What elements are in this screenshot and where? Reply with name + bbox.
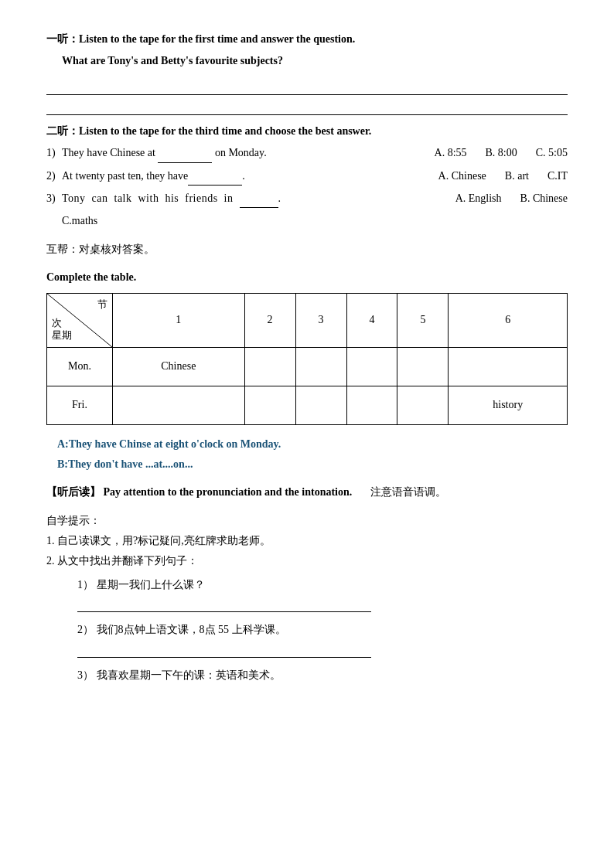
er-ting-q3: 3) Tony can talk with his friends in . A… [46,190,568,208]
q2-opt-b: B. art [505,168,529,185]
hu-bang-text: 对桌核对答案。 [79,243,155,255]
hu-bang-section: 互帮：对桌核对答案。 [46,241,568,258]
q3-opt-b: B. Chinese [520,190,568,207]
q3-options: A. English B. Chinese [367,190,568,207]
q3-extra: C.maths [62,213,568,230]
q3-opt-a: A. English [455,190,502,207]
translate-answer-line-2[interactable] [77,642,371,658]
diagonal-header-cell: 节 次 星期 [47,293,113,347]
q1-num: 1) [46,145,62,162]
q3-blank[interactable] [240,190,278,208]
row-fri-3[interactable] [295,386,346,424]
translate-item1-text: 1） 星期一我们上什么课？ [77,577,568,594]
row-mon-3[interactable] [295,347,346,386]
ting-hou-du-note: 注意语音语调。 [370,486,446,498]
yi-ting-section: 一听：Listen to the tape for the first time… [46,31,568,70]
row-fri-1[interactable] [113,386,245,424]
yi-ting-question: What are Tony's and Betty's favourite su… [46,53,568,70]
row-mon-4[interactable] [346,347,397,386]
ting-hou-du-label: 【听后读】 [46,486,101,498]
col-header-6: 6 [449,293,568,347]
er-ting-q2: 2) At twenty past ten, they have . A. Ch… [46,168,568,186]
yi-ting-header: 一听：Listen to the tape for the first time… [46,31,568,48]
schedule-table: 节 次 星期 1 2 3 4 5 6 Mon. Chinese Fri. [46,293,568,425]
zi-xue-item1: 1. 自己读课文，用?标记疑问,亮红牌求助老师。 [46,533,568,550]
dialogue-line-a: A:They have Chinse at eight o'clock on M… [46,436,568,453]
yi-ting-instruction: Listen to the tape for the first time an… [79,33,355,45]
table-header-row: 节 次 星期 1 2 3 4 5 6 [47,293,568,347]
er-ting-section: 二听：Listen to the tape for the third time… [46,123,568,230]
row-mon-1: Chinese [113,347,245,386]
translate-item3: 3） 我喜欢星期一下午的课：英语和美术。 [46,667,568,684]
q2-opt-a: A. Chinese [438,168,486,185]
row-day-fri: Fri. [47,386,113,424]
row-mon-5[interactable] [397,347,449,386]
er-ting-q1: 1) They have Chinese at on Monday. A. 8:… [46,145,568,162]
zi-xue-section: 自学提示： 1. 自己读课文，用?标记疑问,亮红牌求助老师。 2. 从文中找出并… [46,512,568,684]
q2-num: 2) [46,168,62,185]
er-ting-label: 二听： [46,125,79,137]
dialogue-section: A:They have Chinse at eight o'clock on M… [46,436,568,474]
q1-opt-c: C. 5:05 [536,145,568,162]
col-header-4: 4 [346,293,397,347]
hu-bang-label: 互帮： [46,243,79,255]
q2-options: A. Chinese B. art C.IT [367,168,568,185]
diagonal-bottom-label: 星期 [52,328,72,344]
q2-opt-c: C.IT [547,168,568,185]
translate-item1: 1） 星期一我们上什么课？ [46,577,568,612]
q3-text: Tony can talk with his friends in . [62,190,367,208]
zi-xue-item2-text: 从文中找出并翻译下列句子： [57,555,198,567]
q1-blank[interactable] [158,145,212,162]
row-fri-2[interactable] [244,386,295,424]
q1-opt-a: A. 8:55 [435,145,467,162]
translate-item3-text: 3） 我喜欢星期一下午的课：英语和美术。 [77,667,568,684]
ting-hou-du-section: 【听后读】 Pay attention to the pronunciation… [46,484,568,501]
zi-xue-item1-text: 自己读课文，用?标记疑问,亮红牌求助老师。 [57,535,271,546]
answer-line-2[interactable] [46,101,568,115]
translate-item2-text: 2） 我们8点钟上语文课，8点 55 上科学课。 [77,621,568,638]
zi-xue-item2: 2. 从文中找出并翻译下列句子： [46,553,568,570]
er-ting-instruction: Listen to the tape for the third time an… [79,125,371,137]
col-header-1: 1 [113,293,245,347]
zi-xue-item2-num: 2. [46,555,55,567]
complete-table-instruction: Complete the table. [46,269,568,286]
q2-text: At twenty past ten, they have . [62,168,367,186]
q1-text: They have Chinese at on Monday. [62,145,367,162]
row-mon-6[interactable] [449,347,568,386]
row-mon-2[interactable] [244,347,295,386]
table-row-fri: Fri. history [47,386,568,424]
translate-answer-line-1[interactable] [77,597,371,612]
q1-opt-b: B. 8:00 [486,145,517,162]
zi-xue-label: 自学提示： [46,512,568,529]
translate-item2: 2） 我们8点钟上语文课，8点 55 上科学课。 [46,621,568,657]
dialogue-line-b: B:They don't have ...at....on... [46,456,568,473]
q2-blank[interactable] [188,168,242,186]
table-row-mon: Mon. Chinese [47,347,568,386]
q1-options: A. 8:55 B. 8:00 C. 5:05 [367,145,568,162]
col-header-3: 3 [295,293,346,347]
row-fri-4[interactable] [346,386,397,424]
diagonal-top-label: 节 [97,297,107,313]
row-day-mon: Mon. [47,347,113,386]
ting-hou-du-instruction: Pay attention to the pronunciation and t… [104,486,353,498]
row-fri-6: history [449,386,568,424]
row-fri-5[interactable] [397,386,449,424]
q3-num: 3) [46,190,62,207]
col-header-2: 2 [244,293,295,347]
answer-line-1[interactable] [46,81,568,95]
zi-xue-item1-num: 1. [46,535,55,546]
yi-ting-label: 一听： [46,33,79,45]
er-ting-header: 二听：Listen to the tape for the third time… [46,123,568,140]
col-header-5: 5 [397,293,449,347]
complete-table-section: Complete the table. 节 次 星期 1 2 3 4 5 6 M… [46,269,568,424]
